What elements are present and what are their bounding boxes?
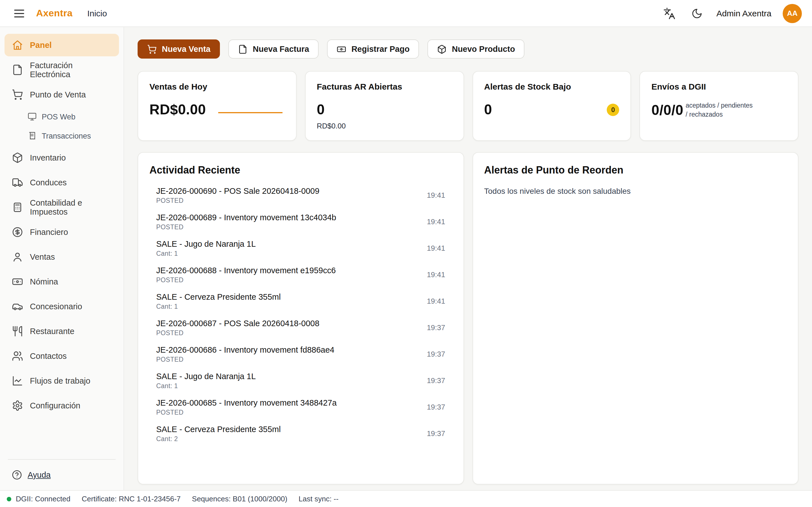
sidebar-item-restaurante[interactable]: Restaurante — [4, 320, 119, 342]
activity-row[interactable]: JE-2026-000686 - Inventory movement fd88… — [149, 341, 452, 367]
sales-today-value: RD$0.00 — [149, 101, 206, 118]
user-icon — [12, 251, 23, 263]
new-invoice-button[interactable]: Nueva Factura — [229, 40, 319, 59]
help-label: Ayuda — [28, 470, 51, 480]
sidebar-item-label: POS Web — [42, 112, 75, 121]
moon-icon — [692, 8, 703, 19]
sidebar-item-pos-web[interactable]: POS Web — [20, 108, 119, 125]
sidebar-item-nomina[interactable]: Nómina — [4, 270, 119, 293]
low-stock-value: 0 — [484, 101, 492, 118]
app-root: Axentra Inicio Admin Axentra AA Panel Fa… — [0, 0, 812, 507]
sidebar-item-financiero[interactable]: Financiero — [4, 221, 119, 243]
activity-row[interactable]: JE-2026-000690 - POS Sale 20260418-0009P… — [149, 182, 452, 209]
sidebar-item-panel[interactable]: Panel — [4, 34, 119, 56]
card-stock-bajo: Alertas de Stock Bajo 0 0 — [472, 71, 631, 141]
activity-row[interactable]: JE-2026-000685 - Inventory movement 3488… — [149, 394, 452, 420]
panels-row: Actividad Reciente JE-2026-000690 - POS … — [138, 152, 799, 485]
sidebar-item-concesionario[interactable]: Concesionario — [4, 295, 119, 318]
topbar-right: Admin Axentra AA — [661, 4, 802, 23]
help-circle-icon — [12, 470, 22, 480]
activity-row[interactable]: SALE - Cerveza Presidente 355mlCant: 2 1… — [149, 420, 452, 447]
sidebar-item-punto-de-venta[interactable]: Punto de Venta — [4, 83, 119, 106]
brand-logo[interactable]: Axentra — [36, 8, 72, 19]
sidebar-item-label: Restaurante — [30, 327, 74, 336]
certificate-text: Certificate: RNC 1-01-23456-7 — [82, 495, 181, 503]
truck-icon — [12, 177, 23, 188]
dgii-status-text: DGII: Connected — [16, 495, 70, 503]
sidebar-item-label: Configuración — [30, 401, 80, 410]
activity-row[interactable]: JE-2026-000687 - POS Sale 20260418-0008P… — [149, 314, 452, 341]
new-sale-button[interactable]: Nueva Venta — [138, 40, 220, 59]
banknote-icon — [12, 276, 23, 287]
sidebar: Panel Facturación Electrónica Punto de V… — [0, 27, 124, 490]
utensils-icon — [12, 326, 23, 337]
package-icon — [12, 152, 23, 163]
sidebar-item-label: Punto de Venta — [30, 90, 86, 99]
sidebar-divider — [8, 459, 116, 460]
dgii-caption: aceptados / pendientes / rechazados — [686, 101, 756, 119]
user-name: Admin Axentra — [716, 8, 771, 18]
finance-coin-icon — [12, 226, 23, 238]
activity-row[interactable]: JE-2026-000688 - Inventory movement e195… — [149, 262, 452, 288]
top-bar: Axentra Inicio Admin Axentra AA — [0, 0, 812, 27]
sparkline — [218, 112, 282, 113]
language-button[interactable] — [661, 5, 678, 22]
sidebar-item-label: Concesionario — [30, 302, 82, 311]
activity-row[interactable]: SALE - Jugo de Naranja 1LCant: 1 19:37 — [149, 367, 452, 394]
sidebar-item-configuracion[interactable]: Configuración — [4, 394, 119, 417]
sidebar-item-transacciones[interactable]: Transacciones — [20, 127, 119, 144]
dgii-status-group: DGII: Connected — [7, 495, 70, 503]
card-ventas-de-hoy: Ventas de Hoy RD$0.00 — [138, 71, 297, 141]
last-sync-text: Last sync: -- — [299, 495, 339, 503]
sidebar-item-inventario[interactable]: Inventario — [4, 147, 119, 169]
sidebar-item-label: Panel — [30, 41, 52, 50]
sidebar-item-ayuda[interactable]: Ayuda — [4, 464, 119, 486]
sidebar-item-conduces[interactable]: Conduces — [4, 171, 119, 194]
monitor-icon — [28, 112, 37, 121]
dgii-value: 0/0/0 — [652, 102, 683, 118]
sidebar-item-label: Inventario — [30, 153, 66, 162]
nav-item-inicio[interactable]: Inicio — [87, 8, 107, 18]
sidebar-item-contabilidad[interactable]: Contabilidad e Impuestos — [4, 196, 119, 219]
recent-activity-panel: Actividad Reciente JE-2026-000690 - POS … — [138, 152, 464, 485]
car-icon — [12, 301, 23, 312]
users-icon — [12, 350, 23, 362]
activity-row[interactable]: SALE - Cerveza Presidente 355mlCant: 1 1… — [149, 288, 452, 314]
receipt-icon — [28, 131, 37, 140]
activity-row[interactable]: SALE - Jugo de Naranja 1LCant: 1 19:41 — [149, 235, 452, 262]
sidebar-item-label: Nómina — [30, 277, 58, 286]
open-invoices-value: 0 — [317, 101, 452, 118]
sidebar-item-contactos[interactable]: Contactos — [4, 345, 119, 367]
package-icon — [437, 44, 447, 54]
reorder-alerts-title: Alertas de Punto de Reorden — [484, 165, 786, 176]
activity-row[interactable]: JE-2026-000689 - Inventory movement 13c4… — [149, 209, 452, 235]
sidebar-item-label: Facturación Electrónica — [30, 61, 112, 79]
sidebar-item-label: Flujos de trabajo — [30, 376, 90, 385]
low-stock-badge: 0 — [607, 103, 619, 116]
status-dot — [7, 497, 11, 501]
new-product-button[interactable]: Nuevo Producto — [428, 40, 525, 59]
sidebar-item-flujos[interactable]: Flujos de trabajo — [4, 370, 119, 392]
sidebar-item-label: Conduces — [30, 178, 67, 187]
menu-button[interactable] — [10, 4, 28, 22]
hamburger-icon — [12, 6, 26, 20]
reorder-alerts-panel: Alertas de Punto de Reorden Todos los ni… — [472, 152, 799, 485]
document-icon — [12, 64, 23, 75]
stat-cards: Ventas de Hoy RD$0.00 Facturas AR Abiert… — [138, 71, 799, 141]
dark-mode-button[interactable] — [689, 5, 705, 21]
sidebar-item-label: Transacciones — [42, 131, 91, 140]
status-bar: DGII: Connected Certificate: RNC 1-01-23… — [0, 490, 812, 507]
quick-actions: Nueva Venta Nueva Factura Registrar Pago… — [138, 40, 799, 59]
avatar[interactable]: AA — [783, 4, 802, 23]
open-invoices-amount: RD$0.00 — [317, 122, 452, 130]
banknote-icon — [337, 44, 346, 54]
sidebar-item-facturacion[interactable]: Facturación Electrónica — [4, 59, 119, 81]
sidebar-item-label: Financiero — [30, 228, 68, 237]
sidebar-item-label: Contactos — [30, 351, 67, 360]
sidebar-item-ventas[interactable]: Ventas — [4, 245, 119, 268]
register-payment-button[interactable]: Registrar Pago — [327, 40, 419, 59]
activity-list: JE-2026-000690 - POS Sale 20260418-0009P… — [149, 182, 452, 475]
card-envios-dgii: Envíos a DGII 0/0/0 aceptados / pendient… — [640, 71, 799, 141]
reorder-alerts-message: Todos los niveles de stock son saludable… — [484, 186, 786, 195]
main-content: Nueva Venta Nueva Factura Registrar Pago… — [124, 27, 812, 490]
